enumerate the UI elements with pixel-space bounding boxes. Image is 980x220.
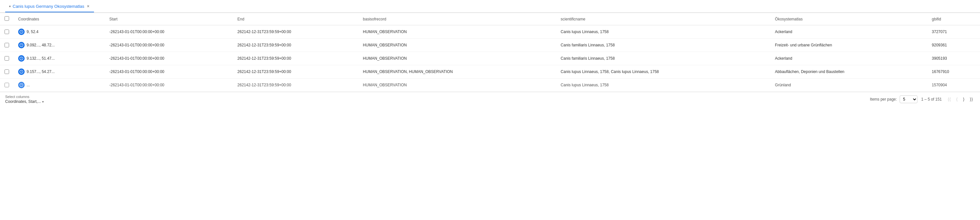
coordinates-text: 9, 52.4 <box>27 30 38 34</box>
select-columns-control[interactable]: Select columns Coordinates, Start,... ▾ <box>5 95 44 104</box>
items-per-page-group: Items per page: 5 10 25 50 100 <box>870 96 917 103</box>
row-coordinates: ... <box>14 78 105 92</box>
svg-marker-10 <box>21 70 22 72</box>
row-end: 262142-12-31T23:59:59+00:00 <box>233 52 358 65</box>
row-gbifid: 9209361 <box>927 38 980 52</box>
col-header-end: End <box>233 13 358 25</box>
pagination-controls: Items per page: 5 10 25 50 100 1 – 5 of … <box>870 96 975 103</box>
row-scientificname: Canis lupus Linnaeus, 1758 <box>556 25 770 38</box>
tab-close-button[interactable]: × <box>86 3 90 9</box>
row-basisofrecord: HUMAN_OBSERVATION <box>358 25 556 38</box>
row-basisofrecord: HUMAN_OBSERVATION, HUMAN_OBSERVATION <box>358 65 556 78</box>
first-page-button[interactable]: ⟨⟨ <box>946 96 953 103</box>
active-tab[interactable]: ▾ Canis lupus Germany Okosystematlas × <box>5 1 94 12</box>
compass-icon <box>18 69 25 75</box>
row-end: 262142-12-31T23:59:59+00:00 <box>233 78 358 92</box>
col-header-basisofrecord: basisofrecord <box>358 13 556 25</box>
row-start: -262143-01-01T00:00:00+00:00 <box>105 52 233 65</box>
svg-marker-13 <box>21 84 22 85</box>
row-okosystematlas: Ackerland <box>770 25 927 38</box>
prev-page-button[interactable]: ⟨ <box>954 96 959 103</box>
row-checkbox-cell <box>0 38 14 52</box>
row-end: 262142-12-31T23:59:59+00:00 <box>233 65 358 78</box>
coordinates-text: 9.092..., 48.72... <box>27 43 55 47</box>
data-table: Coordinates Start End basisofrecord scie… <box>0 13 980 92</box>
coordinates-text: 9.157..., 54.27... <box>27 69 55 74</box>
tab-bar: ▾ Canis lupus Germany Okosystematlas × <box>0 0 980 13</box>
select-columns-label: Select columns <box>5 95 44 99</box>
row-coordinates: 9.132..., 51.47... <box>14 52 105 65</box>
row-okosystematlas: Grünland <box>770 78 927 92</box>
row-end: 262142-12-31T23:59:59+00:00 <box>233 38 358 52</box>
svg-marker-7 <box>21 57 22 58</box>
row-checkbox[interactable] <box>5 83 9 87</box>
compass-icon <box>18 82 25 88</box>
row-checkbox-cell <box>0 52 14 65</box>
select-columns-chevron-icon: ▾ <box>42 100 44 104</box>
table-footer: Select columns Coordinates, Start,... ▾ … <box>0 92 980 107</box>
items-per-page-label: Items per page: <box>870 97 897 102</box>
row-start: -262143-01-01T00:00:00+00:00 <box>105 38 233 52</box>
table-row: 9, 52.4 -262143-01-01T00:00:00+00:002621… <box>0 25 980 38</box>
col-header-gbifid: gbifid <box>927 13 980 25</box>
svg-marker-11 <box>21 72 22 73</box>
row-checkbox[interactable] <box>5 30 9 34</box>
row-basisofrecord: HUMAN_OBSERVATION <box>358 52 556 65</box>
row-scientificname: Canis lupus Linnaeus, 1758, Canis lupus … <box>556 65 770 78</box>
row-gbifid: 16767910 <box>927 65 980 78</box>
row-start: -262143-01-01T00:00:00+00:00 <box>105 25 233 38</box>
svg-marker-8 <box>21 58 22 60</box>
row-checkbox-cell <box>0 25 14 38</box>
row-gbifid: 3727071 <box>927 25 980 38</box>
col-header-scientificname: scientificname <box>556 13 770 25</box>
row-coordinates: 9.092..., 48.72... <box>14 38 105 52</box>
svg-marker-1 <box>21 30 22 32</box>
row-basisofrecord: HUMAN_OBSERVATION <box>358 78 556 92</box>
table-header-row: Coordinates Start End basisofrecord scie… <box>0 13 980 25</box>
last-page-button[interactable]: ⟩⟩ <box>968 96 975 103</box>
row-end: 262142-12-31T23:59:59+00:00 <box>233 25 358 38</box>
row-scientificname: Canis familiaris Linnaeus, 1758 <box>556 52 770 65</box>
row-coordinates: 9.157..., 54.27... <box>14 65 105 78</box>
compass-icon <box>18 29 25 35</box>
page-info-text: 1 – 5 of 151 <box>921 97 942 102</box>
row-checkbox-cell <box>0 65 14 78</box>
coordinates-text: ... <box>27 83 30 87</box>
tab-chevron-icon: ▾ <box>9 5 11 8</box>
row-checkbox[interactable] <box>5 56 9 61</box>
row-checkbox[interactable] <box>5 69 9 74</box>
select-all-checkbox[interactable] <box>5 16 9 21</box>
row-checkbox[interactable] <box>5 43 9 47</box>
row-scientificname: Canis lupus Linnaeus, 1758 <box>556 78 770 92</box>
row-basisofrecord: HUMAN_OBSERVATION <box>358 38 556 52</box>
tab-label: Canis lupus Germany Okosystematlas <box>13 4 84 9</box>
col-header-coordinates: Coordinates <box>14 13 105 25</box>
row-okosystematlas: Abbauflächen, Deponien und Baustellen <box>770 65 927 78</box>
svg-marker-14 <box>21 85 22 86</box>
next-page-button[interactable]: ⟩ <box>961 96 966 103</box>
select-columns-dropdown[interactable]: Coordinates, Start,... ▾ <box>5 99 44 104</box>
table-row: 9.092..., 48.72... -262143-01-01T00:00:0… <box>0 38 980 52</box>
coordinates-text: 9.132..., 51.47... <box>27 56 55 61</box>
table-row: ... -262143-01-01T00:00:00+00:00262142-1… <box>0 78 980 92</box>
items-per-page-select[interactable]: 5 10 25 50 100 <box>900 96 918 103</box>
table-row: 9.157..., 54.27... -262143-01-01T00:00:0… <box>0 65 980 78</box>
col-header-start: Start <box>105 13 233 25</box>
row-scientificname: Canis familiaris Linnaeus, 1758 <box>556 38 770 52</box>
pagination-buttons: ⟨⟨ ⟨ ⟩ ⟩⟩ <box>946 96 975 103</box>
svg-marker-2 <box>21 32 22 33</box>
row-okosystematlas: Ackerland <box>770 52 927 65</box>
col-header-okosystematlas: Ökosystematlas <box>770 13 927 25</box>
col-header-checkbox <box>0 13 14 25</box>
table-row: 9.132..., 51.47... -262143-01-01T00:00:0… <box>0 52 980 65</box>
compass-icon <box>18 42 25 48</box>
select-columns-value-text: Coordinates, Start,... <box>5 99 41 104</box>
row-start: -262143-01-01T00:00:00+00:00 <box>105 65 233 78</box>
row-checkbox-cell <box>0 78 14 92</box>
row-gbifid: 1570904 <box>927 78 980 92</box>
row-gbifid: 3905193 <box>927 52 980 65</box>
data-table-container: Coordinates Start End basisofrecord scie… <box>0 13 980 92</box>
row-start: -262143-01-01T00:00:00+00:00 <box>105 78 233 92</box>
svg-marker-4 <box>21 44 22 45</box>
row-okosystematlas: Freizeit- und urbane Grünflächen <box>770 38 927 52</box>
